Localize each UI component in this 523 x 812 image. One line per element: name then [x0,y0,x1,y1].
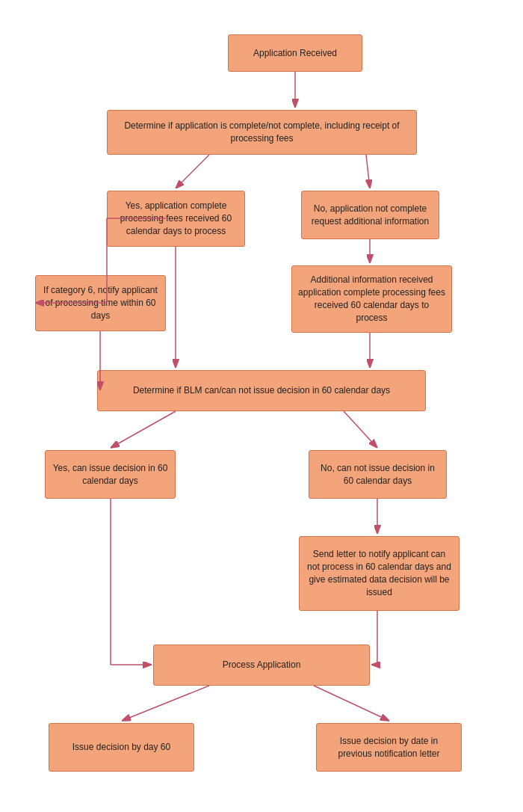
box-yes-issue: Yes, can issue decision in 60 calendar d… [45,450,176,499]
svg-line-11 [111,411,176,448]
box-determine-complete: Determine if application is complete/not… [107,110,417,155]
svg-line-19 [314,686,389,721]
box-send-letter: Send letter to notify applicant can not … [299,536,459,611]
svg-line-3 [366,155,370,188]
box-additional-info: Additional information received applicat… [291,265,452,333]
svg-line-12 [344,411,377,448]
box-issue-day60: Issue decision by day 60 [49,723,194,772]
svg-line-2 [176,155,209,188]
box-category6: If category 6, notify applicant of proce… [35,275,166,331]
box-yes-complete: Yes, application complete processing fee… [107,191,245,247]
box-no-issue: No, can not issue decision in 60 calenda… [309,450,447,499]
svg-line-18 [122,686,209,721]
box-no-complete: No, application not complete request add… [301,191,439,239]
box-process-app: Process Application [153,645,370,686]
box-determine-blm: Determine if BLM can/can not issue decis… [97,370,426,411]
flowchart-diagram: Application Received Determine if applic… [0,0,523,812]
box-issue-date-letter: Issue decision by date in previous notif… [316,723,462,772]
box-app-received: Application Received [228,34,362,72]
